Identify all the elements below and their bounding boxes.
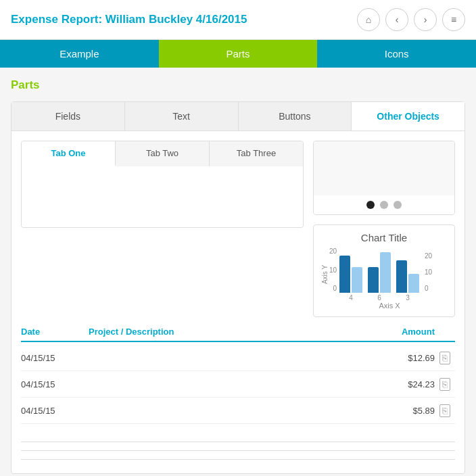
inner-tab-widget: Tab One Tab Two Tab Three	[21, 141, 304, 228]
chart-y-right-labels: 20 10 0	[425, 252, 432, 302]
sub-tab-bar: Fields Text Buttons Other Objects	[11, 102, 465, 131]
next-button[interactable]: ›	[414, 8, 437, 31]
row1-edit[interactable]: ⎘	[435, 352, 455, 364]
x-label-1: 4	[349, 294, 353, 302]
bar-dark-3	[396, 260, 407, 293]
card-body: Tab One Tab Two Tab Three	[11, 131, 465, 327]
bar-group-1: 4	[339, 256, 362, 302]
y-axis-label: Axis Y	[321, 265, 329, 284]
edit-icon-2[interactable]: ⎘	[439, 378, 450, 391]
x-label-2: 6	[377, 294, 381, 302]
main-content: Parts Fields Text Buttons Other Objects …	[0, 68, 476, 476]
bar-group-3: 3	[396, 260, 419, 302]
top-tab-bar: Example Parts Icons	[0, 40, 476, 68]
section-title: Parts	[11, 78, 465, 92]
row3-edit[interactable]: ⎘	[435, 404, 455, 416]
row3-amount: $5.89	[374, 406, 435, 416]
inner-tab-bar: Tab One Tab Two Tab Three	[22, 141, 303, 166]
inner-tab-one[interactable]: Tab One	[22, 141, 116, 166]
carousel-widget	[313, 141, 455, 215]
home-button[interactable]: ⌂	[357, 8, 380, 31]
dot-1[interactable]	[366, 201, 375, 209]
row2-date: 04/15/15	[21, 379, 89, 389]
col-header-project: Project / Description	[89, 327, 374, 337]
expense-table: Date Project / Description Amount 04/15/…	[11, 327, 465, 433]
right-panel: Chart Title 20 10 0 Axis Y	[313, 141, 455, 317]
x-axis-label: Axis X	[320, 302, 448, 310]
y-right-0: 0	[425, 285, 432, 292]
edit-icon-1[interactable]: ⎘	[439, 352, 450, 364]
separator-1	[21, 442, 455, 442]
subtab-text[interactable]: Text	[125, 102, 239, 130]
table-row: 04/15/15 $5.89 ⎘	[21, 398, 455, 424]
edit-icon-3[interactable]: ⎘	[439, 404, 450, 417]
y-right-10: 10	[425, 268, 432, 276]
table-row: 04/15/15 $24.23 ⎘	[21, 371, 455, 398]
y-label-20: 20	[329, 247, 337, 255]
bar-pair-2	[368, 252, 391, 293]
app-header: Expense Report: William Buckley 4/16/201…	[0, 0, 476, 40]
subtab-buttons[interactable]: Buttons	[239, 102, 352, 130]
col-header-date: Date	[21, 327, 89, 337]
bar-light-3	[408, 274, 419, 293]
carousel-image	[314, 141, 454, 195]
page-title: Expense Report: William Buckley 4/16/201…	[11, 13, 247, 26]
inner-tab-three[interactable]: Tab Three	[210, 141, 303, 166]
row2-edit[interactable]: ⎘	[435, 378, 455, 390]
dot-3[interactable]	[394, 201, 402, 209]
dot-2[interactable]	[380, 201, 388, 209]
chart-title: Chart Title	[320, 232, 448, 243]
subtab-other-objects[interactable]: Other Objects	[352, 102, 465, 130]
tab-parts[interactable]: Parts	[159, 40, 318, 68]
table-header: Date Project / Description Amount	[21, 327, 455, 342]
col-header-action	[435, 327, 455, 337]
bar-light-2	[380, 252, 391, 293]
carousel-dots	[314, 195, 454, 214]
inner-tab-two[interactable]: Tab Two	[116, 141, 210, 166]
row1-date: 04/15/15	[21, 353, 89, 363]
col-header-amount: Amount	[374, 327, 435, 337]
row3-date: 04/15/15	[21, 406, 89, 416]
y-right-20: 20	[425, 252, 432, 260]
tab-icons[interactable]: Icons	[317, 40, 476, 68]
y-label-10: 10	[329, 266, 337, 274]
bar-pair-1	[339, 256, 362, 293]
chart-widget: Chart Title 20 10 0 Axis Y	[313, 224, 455, 317]
bottom-spacer	[11, 468, 465, 473]
bar-pair-3	[396, 260, 419, 293]
inner-tab-content	[22, 166, 303, 227]
table-row: 04/15/15 $12.69 ⎘	[21, 345, 455, 371]
bar-light-1	[352, 267, 362, 293]
y-label-0: 0	[333, 285, 337, 292]
chart-bars: 4 6	[339, 252, 448, 302]
separator-3	[21, 459, 455, 460]
x-label-3: 3	[406, 294, 410, 302]
menu-button[interactable]: ≡	[442, 8, 465, 31]
tab-example[interactable]: Example	[0, 40, 159, 68]
prev-button[interactable]: ‹	[385, 8, 408, 31]
main-card: Fields Text Buttons Other Objects Tab On…	[11, 101, 465, 474]
row1-amount: $12.69	[374, 353, 435, 363]
row2-amount: $24.23	[374, 379, 435, 389]
separator-2	[21, 450, 455, 451]
nav-buttons: ⌂ ‹ › ≡	[357, 8, 465, 31]
bar-dark-2	[368, 267, 379, 293]
left-panel: Tab One Tab Two Tab Three	[21, 141, 304, 317]
bar-group-2: 6	[368, 252, 391, 302]
bar-dark-1	[339, 256, 350, 293]
subtab-fields[interactable]: Fields	[11, 102, 125, 130]
